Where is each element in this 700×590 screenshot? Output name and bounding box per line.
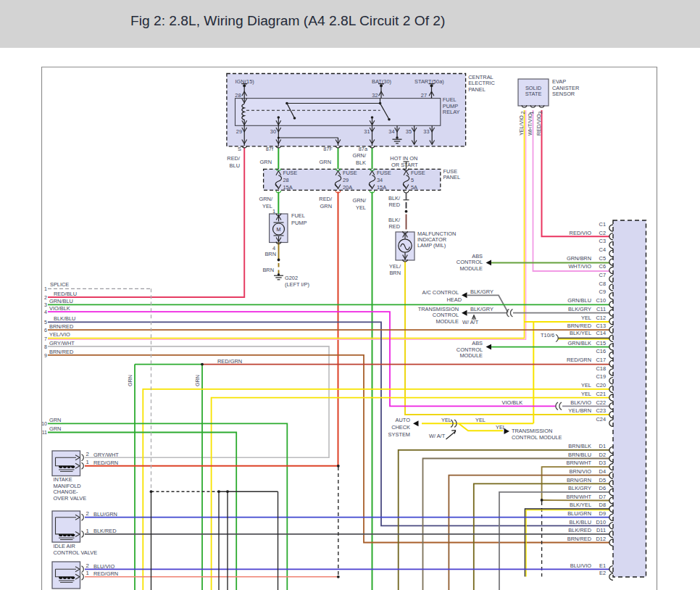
- svg-text:HOT IN ON: HOT IN ON: [390, 155, 417, 162]
- svg-text:SYSTEM: SYSTEM: [388, 431, 410, 438]
- svg-text:BLK/GRY: BLK/GRY: [470, 306, 493, 312]
- svg-text:34: 34: [388, 128, 394, 135]
- svg-text:MANIFOLD: MANIFOLD: [54, 483, 81, 489]
- svg-text:WHT/VIO: WHT/VIO: [568, 263, 591, 270]
- svg-text:28: 28: [235, 92, 241, 99]
- svg-text:BLK/: BLK/: [388, 217, 401, 223]
- svg-text:MODULE: MODULE: [459, 352, 483, 359]
- svg-text:2: 2: [520, 112, 526, 115]
- svg-text:33: 33: [423, 128, 429, 135]
- svg-text:HEAD: HEAD: [446, 296, 462, 303]
- svg-text:CONTROL MODULE: CONTROL MODULE: [512, 434, 562, 441]
- svg-text:D8: D8: [599, 502, 606, 508]
- svg-text:GRN/BLK: GRN/BLK: [568, 340, 592, 346]
- svg-text:BLK/RED: BLK/RED: [568, 527, 591, 533]
- svg-text:27: 27: [421, 92, 427, 99]
- svg-text:CONTROL VALVE: CONTROL VALVE: [54, 549, 98, 556]
- svg-text:YEL: YEL: [441, 417, 451, 423]
- svg-text:OVER VALVE: OVER VALVE: [54, 495, 87, 502]
- svg-text:9: 9: [44, 353, 47, 358]
- svg-text:29: 29: [236, 128, 242, 135]
- svg-text:BLU/VIO: BLU/VIO: [93, 563, 114, 570]
- svg-text:OR START: OR START: [391, 162, 418, 168]
- svg-text:W/ A/T: W/ A/T: [462, 319, 479, 325]
- svg-text:15A: 15A: [377, 184, 386, 191]
- svg-text:M: M: [277, 226, 281, 233]
- svg-text:D10: D10: [596, 519, 606, 525]
- svg-text:CHANGE-: CHANGE-: [54, 489, 79, 495]
- svg-text:3: 3: [537, 112, 543, 115]
- svg-text:MODULE: MODULE: [459, 265, 483, 272]
- svg-text:BRN/WHT: BRN/WHT: [567, 494, 592, 500]
- svg-text:BLK/VIO: BLK/VIO: [570, 399, 591, 406]
- svg-text:YEL: YEL: [356, 204, 366, 211]
- svg-text:1: 1: [86, 570, 89, 576]
- svg-text:4: 4: [44, 309, 47, 315]
- svg-text:GRN: GRN: [49, 417, 61, 423]
- svg-text:PANEL: PANEL: [443, 174, 460, 180]
- svg-text:YEL: YEL: [262, 203, 272, 209]
- svg-text:YEL/VIO: YEL/VIO: [518, 115, 525, 136]
- svg-text:C16: C16: [596, 348, 606, 354]
- svg-text:1: 1: [86, 528, 89, 534]
- svg-text:YEL: YEL: [581, 315, 591, 321]
- svg-text:2: 2: [86, 510, 89, 517]
- svg-text:RED: RED: [388, 201, 400, 208]
- svg-text:GRN/BRN: GRN/BRN: [567, 255, 591, 262]
- svg-text:C21: C21: [596, 391, 606, 397]
- svg-text:GRY/WHT: GRY/WHT: [93, 452, 119, 458]
- svg-text:C4: C4: [599, 246, 606, 253]
- svg-text:BRN/RED: BRN/RED: [49, 323, 73, 330]
- svg-text:GRN: GRN: [49, 425, 61, 432]
- svg-text:T10/6: T10/6: [541, 332, 554, 338]
- svg-text:FUSE: FUSE: [377, 170, 391, 176]
- svg-text:GRY/WHT: GRY/WHT: [49, 340, 75, 346]
- svg-text:BRN/VIO: BRN/VIO: [570, 468, 592, 475]
- svg-text:C20: C20: [596, 382, 606, 389]
- svg-text:RED/BLU: RED/BLU: [54, 291, 77, 297]
- svg-text:8: 8: [44, 344, 47, 349]
- svg-text:(LEFT I/P): (LEFT I/P): [285, 281, 309, 288]
- svg-text:GRN/BLU: GRN/BLU: [49, 298, 73, 304]
- svg-text:YEL: YEL: [475, 417, 486, 423]
- svg-text:C1: C1: [599, 221, 606, 228]
- svg-text:GRN: GRN: [194, 375, 201, 386]
- svg-text:RED/: RED/: [227, 155, 241, 162]
- svg-text:D11: D11: [596, 527, 606, 533]
- svg-text:6: 6: [44, 328, 47, 333]
- svg-text:C14: C14: [596, 330, 606, 336]
- svg-text:D12: D12: [596, 536, 606, 542]
- svg-text:D7: D7: [599, 494, 606, 500]
- svg-text:VIO/BLK: VIO/BLK: [49, 305, 70, 312]
- svg-text:FUSE: FUSE: [283, 170, 298, 176]
- svg-text:10: 10: [41, 421, 47, 426]
- svg-text:C9: C9: [599, 288, 606, 295]
- svg-text:RED/VIO: RED/VIO: [570, 230, 592, 236]
- svg-text:FUEL: FUEL: [291, 212, 305, 219]
- svg-text:C11: C11: [596, 306, 606, 312]
- svg-text:2: 2: [44, 295, 47, 300]
- svg-text:S: S: [238, 146, 241, 152]
- svg-text:RED/GRN: RED/GRN: [93, 460, 118, 466]
- svg-text:30: 30: [270, 128, 276, 135]
- svg-text:11: 11: [42, 430, 47, 435]
- svg-text:IDLE AIR: IDLE AIR: [54, 543, 75, 549]
- svg-text:BRN/RED: BRN/RED: [567, 323, 591, 329]
- svg-text:CHECK: CHECK: [391, 424, 410, 431]
- svg-text:C2: C2: [599, 230, 606, 236]
- svg-text:YEL: YEL: [581, 391, 591, 397]
- svg-text:BLU: BLU: [230, 162, 240, 169]
- svg-text:BLU/VIO: BLU/VIO: [570, 562, 591, 569]
- svg-text:D4: D4: [599, 468, 606, 475]
- svg-text:2: 2: [86, 451, 89, 457]
- svg-text:A/C CONTROL: A/C CONTROL: [422, 289, 459, 296]
- svg-text:PUMP: PUMP: [291, 220, 307, 226]
- svg-text:BLK/GRY: BLK/GRY: [568, 306, 591, 312]
- svg-text:C19: C19: [596, 373, 606, 380]
- svg-text:C10: C10: [596, 297, 606, 304]
- svg-text:STATE: STATE: [525, 91, 542, 97]
- svg-text:G202: G202: [285, 275, 298, 281]
- svg-text:31: 31: [364, 128, 370, 135]
- svg-text:C7: C7: [599, 272, 606, 278]
- svg-text:1: 1: [86, 459, 89, 465]
